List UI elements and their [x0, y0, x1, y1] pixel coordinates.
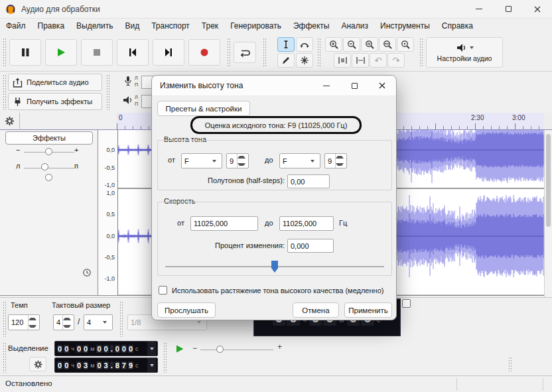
ruler-value: 0,0 — [106, 233, 115, 239]
spin-buttons[interactable] — [335, 154, 344, 168]
vertical-ruler[interactable]: 0,0 -0,5 -1,0 1,0 0,5 0,0 -0,5 -1,0 — [98, 130, 118, 296]
meter-toolbar-grip[interactable] — [106, 74, 109, 110]
dialog-maximize-button[interactable] — [340, 76, 368, 96]
pitch-to-note-combo[interactable]: F — [279, 153, 320, 168]
timesig-slash: / — [78, 317, 80, 326]
percent-change-input[interactable]: 0,000 — [287, 239, 334, 253]
pan-slider-knob[interactable] — [41, 163, 48, 170]
menu-transport[interactable]: Транспорт — [145, 21, 196, 31]
snap-toolbar-grip[interactable] — [119, 301, 123, 337]
audio-setup-toolbar-grip[interactable] — [419, 38, 423, 67]
selection-end-format-caret[interactable] — [147, 358, 156, 372]
tempo-spinner[interactable]: 120 — [8, 314, 40, 330]
zoom-out-button[interactable] — [343, 37, 360, 52]
play-button[interactable] — [45, 39, 77, 66]
tempo-spin-buttons[interactable] — [28, 315, 36, 330]
pitch-from-note-combo[interactable]: F — [181, 153, 222, 168]
get-effects-button[interactable]: Получить эффекты — [8, 93, 102, 110]
timesig-spin-buttons[interactable] — [62, 315, 71, 330]
edit-toolbar-grip[interactable] — [317, 38, 320, 67]
menu-analyze[interactable]: Анализ — [335, 21, 374, 31]
window-minimize-button[interactable] — [464, 0, 494, 19]
silence-audio-button[interactable] — [352, 53, 369, 68]
speed-slider-knob[interactable] — [216, 346, 224, 353]
menu-file[interactable]: Файл — [0, 21, 32, 31]
selection-toolbar-grip[interactable] — [3, 342, 6, 373]
window-titlebar[interactable]: Аудио для обработки — [0, 0, 552, 19]
track-effects-button[interactable]: Эффекты — [5, 131, 93, 145]
window-close-button[interactable] — [523, 0, 552, 19]
speed-to-input[interactable]: 11025,000 — [279, 216, 334, 231]
volume-slider-knob[interactable] — [45, 148, 52, 155]
envelope-tool-button[interactable] — [296, 37, 313, 52]
slider-handle[interactable] — [271, 261, 278, 273]
extra-toolbar-grip[interactable] — [508, 357, 512, 371]
pitch-from-octave-value: 9 — [230, 157, 234, 165]
loop-button[interactable] — [234, 42, 256, 63]
cancel-button[interactable]: Отмена — [293, 302, 339, 318]
dialog-minimize-button[interactable] — [312, 76, 340, 96]
spin-buttons[interactable] — [237, 154, 245, 168]
tools-toolbar-grip[interactable] — [263, 38, 266, 67]
menu-view[interactable]: Вид — [119, 21, 145, 31]
zoom-toggle-button[interactable] — [397, 37, 414, 52]
timeline-options-button[interactable] — [0, 113, 20, 130]
play-at-speed-toolbar-grip[interactable] — [163, 342, 167, 373]
dialog-close-button[interactable] — [368, 76, 396, 96]
clock-icon[interactable] — [82, 268, 92, 277]
record-button[interactable] — [188, 39, 220, 66]
selection-settings-button[interactable] — [29, 357, 46, 371]
selection-end-field[interactable]: 00ч03м03.879с — [54, 358, 158, 373]
skip-to-start-button[interactable] — [117, 39, 149, 66]
menu-effects[interactable]: Эффекты — [287, 21, 336, 31]
play-at-speed-button[interactable] — [171, 342, 188, 356]
skip-to-end-button[interactable] — [153, 39, 184, 66]
pitch-from-octave-spinner[interactable]: 9 — [226, 153, 249, 168]
transport-toolbar-grip[interactable] — [3, 38, 6, 67]
multi-tool-button[interactable] — [296, 53, 313, 68]
share-toolbar-grip[interactable] — [3, 74, 6, 110]
selection-start-format-caret[interactable] — [147, 342, 156, 356]
share-audio-button[interactable]: Поделиться аудио — [8, 74, 102, 91]
audio-setup-button[interactable]: Настройки аудио — [426, 37, 503, 68]
fit-project-button[interactable] — [379, 37, 396, 52]
speed-slider-track[interactable] — [200, 350, 273, 350]
timesig-lower-combo[interactable]: 4 — [84, 314, 113, 330]
menu-select[interactable]: Выделить — [70, 21, 119, 31]
snap-checkbox[interactable] — [402, 299, 411, 308]
draw-tool-button[interactable] — [277, 53, 295, 68]
redo-button[interactable]: ↷ — [387, 53, 405, 68]
track-control-panel[interactable]: Эффекты − + л п — [0, 130, 98, 296]
menu-edit[interactable]: Правка — [32, 21, 71, 31]
timesig-toolbar-grip[interactable] — [3, 301, 6, 337]
loop-toolbar-grip[interactable] — [227, 38, 230, 67]
ruler-value: 0,5 — [106, 211, 115, 218]
window-maximize-button[interactable] — [494, 0, 523, 19]
menu-help[interactable]: Справка — [436, 21, 479, 31]
high-quality-checkbox[interactable] — [159, 286, 167, 294]
menu-generate[interactable]: Генерировать — [224, 21, 287, 31]
zoom-to-selection-button[interactable] — [361, 37, 378, 52]
selection-tool-button[interactable] — [277, 37, 295, 52]
pause-button[interactable] — [9, 39, 41, 66]
selection-start-field[interactable]: 00ч00м00.000с — [54, 341, 158, 356]
vertical-scrollbar-thumb[interactable] — [546, 134, 551, 227]
semitones-input[interactable]: 0,00 — [287, 174, 330, 188]
pitch-to-octave-spinner[interactable]: 9 — [324, 153, 347, 168]
dialog-titlebar[interactable]: Изменить высоту тона — [152, 76, 396, 96]
vertical-scrollbar[interactable] — [544, 130, 552, 297]
zoom-in-button[interactable] — [325, 37, 342, 52]
percent-change-slider[interactable] — [165, 260, 384, 273]
status-divider — [543, 378, 543, 391]
menu-tools[interactable]: Инструменты — [374, 21, 436, 31]
extra-slider-knob[interactable] — [45, 174, 52, 181]
undo-button[interactable]: ↶ — [370, 53, 387, 68]
trim-audio-button[interactable] — [334, 53, 351, 68]
presets-settings-button[interactable]: Пресеты & настройки — [157, 101, 250, 116]
stop-button[interactable] — [81, 39, 113, 66]
speed-from-input[interactable]: 11025,000 — [190, 216, 258, 231]
timesig-upper-spinner[interactable]: 4 — [53, 314, 74, 330]
preview-button[interactable]: Прослушать — [157, 302, 216, 318]
menu-tracks[interactable]: Трек — [196, 21, 224, 31]
apply-button[interactable]: Применить — [344, 302, 392, 318]
